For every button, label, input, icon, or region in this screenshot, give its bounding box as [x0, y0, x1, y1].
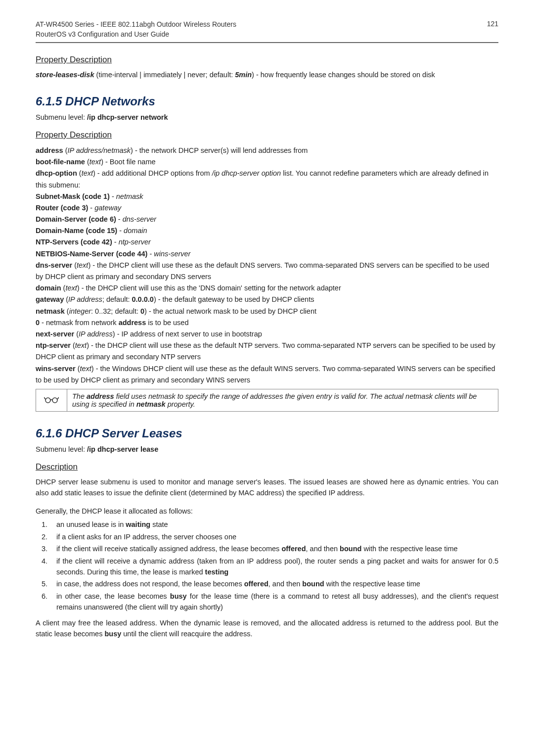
glasses-icon	[36, 389, 67, 411]
svg-point-1	[52, 398, 57, 403]
submenu-level-616: Submenu level: /ip dhcp-server lease	[36, 445, 498, 453]
svg-point-0	[45, 398, 50, 403]
info-note-text: The address field uses netmask to specif…	[67, 389, 498, 411]
property-description-heading-1: Property Description	[36, 55, 498, 65]
dhcp-networks-properties: address (IP address/netmask) - the netwo…	[36, 145, 498, 386]
store-leases-disk-desc: store-leases-disk (time-interval | immed…	[36, 70, 498, 81]
leases-intro: DHCP server lease submenu is used to mon…	[36, 477, 498, 499]
page-header: AT-WR4500 Series - IEEE 802.11abgh Outdo…	[36, 20, 498, 43]
lease-step: if the client will receive a dynamic add…	[49, 556, 498, 578]
generally-line: Generally, the DHCP lease it allocated a…	[36, 506, 498, 517]
lease-step: if a client asks for an IP address, the …	[49, 531, 498, 542]
leases-tail: A client may free the leased address. Wh…	[36, 618, 498, 640]
info-note-box: The address field uses netmask to specif…	[36, 389, 498, 412]
header-title-block: AT-WR4500 Series - IEEE 802.11abgh Outdo…	[36, 20, 236, 39]
description-heading: Description	[36, 462, 498, 472]
section-6-1-6-heading: 6.1.6 DHCP Server Leases	[36, 426, 498, 440]
lease-step: if the client will receive statically as…	[49, 543, 498, 554]
lease-step: in other case, the lease becomes busy fo…	[49, 591, 498, 613]
header-line2: RouterOS v3 Configuration and User Guide	[36, 30, 236, 40]
lease-step: an unused lease is in waiting state	[49, 519, 498, 530]
section-6-1-5-heading: 6.1.5 DHCP Networks	[36, 94, 498, 108]
header-line1: AT-WR4500 Series - IEEE 802.11abgh Outdo…	[36, 20, 236, 30]
page-number: 121	[487, 20, 498, 28]
lease-step: in case, the address does not respond, t…	[49, 578, 498, 589]
property-description-heading-2: Property Description	[36, 130, 498, 140]
lease-steps-list: an unused lease is in waiting state if a…	[36, 519, 498, 613]
page-root: AT-WR4500 Series - IEEE 802.11abgh Outdo…	[0, 0, 534, 677]
submenu-level-615: Submenu level: /ip dhcp-server network	[36, 113, 498, 121]
